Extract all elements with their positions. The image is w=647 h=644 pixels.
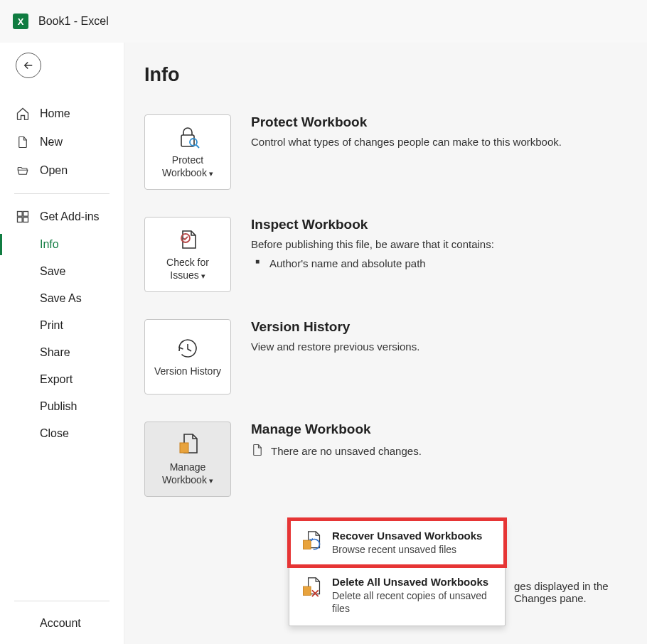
workbook-file-icon <box>176 432 200 456</box>
delete-unsaved-menuitem[interactable]: Delete All Unsaved Workbooks Delete all … <box>289 566 505 625</box>
show-changes-text: ges displayed in the Changes pane. <box>514 580 647 604</box>
sidebar-label: Open <box>40 164 68 177</box>
check-issues-tile[interactable]: Check for Issues▾ <box>144 217 231 292</box>
menuitem-title: Delete All Unsaved Workbooks <box>332 576 493 588</box>
manage-body: Manage Workbook There are no unsaved cha… <box>251 422 422 459</box>
tile-label: Protect Workbook <box>162 154 207 178</box>
tile-label: Version History <box>154 365 221 377</box>
sidebar-label: Export <box>40 373 73 386</box>
menuitem-subtitle: Browse recent unsaved files <box>332 543 482 556</box>
section-desc: Control what types of changes people can… <box>251 134 562 151</box>
svg-rect-9 <box>304 586 311 595</box>
check-file-icon <box>176 227 200 252</box>
back-button[interactable] <box>16 53 41 78</box>
delete-file-icon <box>301 576 322 599</box>
section-heading: Protect Workbook <box>251 114 562 130</box>
tile-label: Manage Workbook <box>162 461 207 485</box>
section-heading: Version History <box>251 319 419 335</box>
protect-body: Protect Workbook Control what types of c… <box>251 114 562 151</box>
page-title: Info <box>144 64 633 86</box>
history-clock-icon <box>176 336 199 360</box>
info-main: Info Protect Workbook▾ Protect Workbook … <box>124 43 647 644</box>
svg-rect-1 <box>23 212 28 217</box>
file-icon <box>251 443 264 459</box>
protect-workbook-tile[interactable]: Protect Workbook▾ <box>144 114 231 190</box>
sidebar-item-share[interactable]: Share <box>0 339 124 366</box>
menuitem-subtitle: Delete all recent copies of unsaved file… <box>332 589 493 615</box>
sidebar-item-print[interactable]: Print <box>0 312 124 339</box>
sidebar-item-saveas[interactable]: Save As <box>0 285 124 312</box>
sidebar-item-save[interactable]: Save <box>0 258 124 285</box>
home-icon <box>16 107 30 121</box>
sidebar-label: Share <box>40 346 70 359</box>
section-heading: Inspect Workbook <box>251 217 494 232</box>
protect-section: Protect Workbook▾ Protect Workbook Contr… <box>144 114 633 190</box>
sidebar-label: Save <box>40 265 65 278</box>
version-section: Version History Version History View and… <box>144 319 633 395</box>
sidebar-item-account[interactable]: Account <box>0 610 124 637</box>
sidebar-label: Get Add-ins <box>40 210 100 223</box>
sidebar-item-open[interactable]: Open <box>0 156 124 185</box>
svg-rect-3 <box>23 218 28 222</box>
version-body: Version History View and restore previou… <box>251 319 419 355</box>
sidebar-divider <box>14 601 109 601</box>
sidebar-item-home[interactable]: Home <box>0 100 124 128</box>
sidebar-divider <box>14 193 109 194</box>
inspect-bullet: Author's name and absolute path <box>251 257 494 269</box>
svg-rect-7 <box>180 443 188 453</box>
manage-workbook-tile[interactable]: Manage Workbook▾ <box>144 422 231 497</box>
back-arrow-icon <box>22 59 35 72</box>
titlebar: X Book1 - Excel <box>0 0 647 43</box>
sidebar-item-addins[interactable]: Get Add-ins <box>0 203 124 231</box>
window-title: Book1 - Excel <box>38 15 109 28</box>
file-sidebar: Home New Open Get Add-ins Info Save Save… <box>0 43 124 644</box>
sidebar-item-export[interactable]: Export <box>0 366 124 393</box>
section-heading: Manage Workbook <box>251 422 422 437</box>
recover-unsaved-menuitem[interactable]: Recover Unsaved Workbooks Browse recent … <box>289 520 505 566</box>
sidebar-label: New <box>40 136 63 149</box>
sidebar-label: Save As <box>40 292 82 305</box>
open-folder-icon <box>16 163 30 178</box>
inspect-section: Check for Issues▾ Inspect Workbook Befor… <box>144 217 633 292</box>
sidebar-label: Account <box>40 617 81 630</box>
sidebar-label: Info <box>40 238 59 251</box>
section-desc: View and restore previous versions. <box>251 339 419 355</box>
section-desc: Before publishing this file, be aware th… <box>251 237 494 253</box>
excel-app-icon: X <box>13 14 28 29</box>
menuitem-title: Recover Unsaved Workbooks <box>332 530 482 542</box>
svg-rect-4 <box>181 135 194 146</box>
no-changes-text: There are no unsaved changes. <box>271 445 422 457</box>
chevron-down-icon: ▾ <box>209 169 213 178</box>
version-history-tile[interactable]: Version History <box>144 319 231 395</box>
sidebar-label: Close <box>40 427 69 440</box>
sidebar-item-close[interactable]: Close <box>0 420 124 447</box>
svg-rect-0 <box>18 212 23 217</box>
new-file-icon <box>16 135 30 149</box>
sidebar-label: Publish <box>40 400 77 413</box>
svg-rect-8 <box>304 540 311 549</box>
addins-icon <box>16 210 30 224</box>
svg-rect-2 <box>18 218 23 222</box>
sidebar-item-info[interactable]: Info <box>0 231 124 258</box>
recover-file-icon <box>301 530 322 552</box>
lock-icon <box>175 125 200 149</box>
chevron-down-icon: ▾ <box>201 272 205 280</box>
sidebar-item-new[interactable]: New <box>0 128 124 156</box>
svg-point-5 <box>190 139 197 146</box>
sidebar-item-publish[interactable]: Publish <box>0 393 124 420</box>
manage-workbook-dropdown: Recover Unsaved Workbooks Browse recent … <box>289 519 506 626</box>
manage-section: Manage Workbook▾ Manage Workbook There a… <box>144 422 633 497</box>
chevron-down-icon: ▾ <box>209 476 213 485</box>
sidebar-label: Print <box>40 319 63 332</box>
inspect-body: Inspect Workbook Before publishing this … <box>251 217 494 269</box>
sidebar-label: Home <box>40 107 70 120</box>
